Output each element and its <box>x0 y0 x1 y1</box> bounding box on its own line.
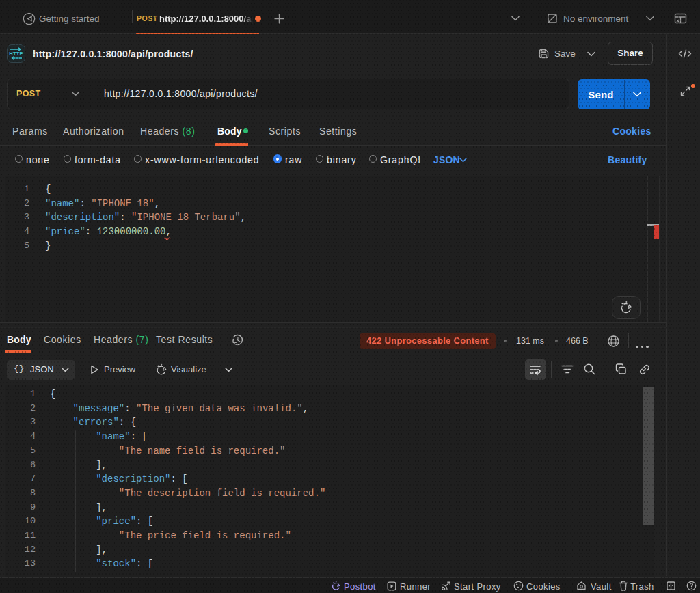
svg-text:HTTP: HTTP <box>9 51 23 57</box>
